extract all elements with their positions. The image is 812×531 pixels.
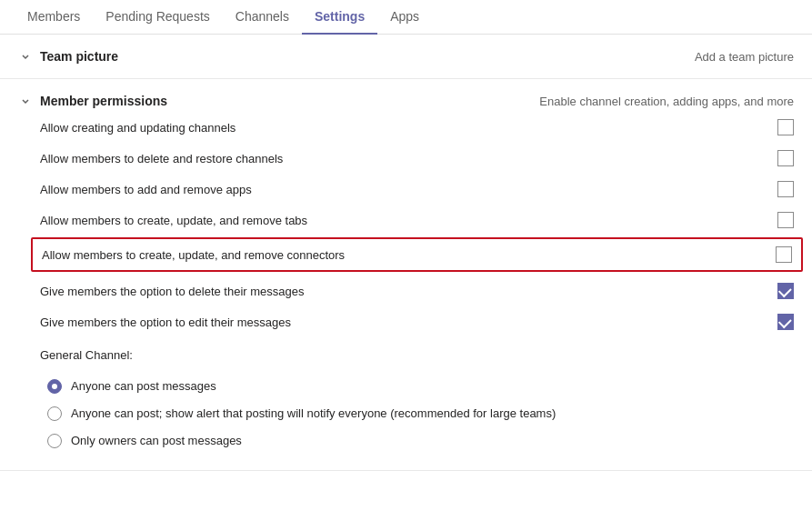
settings-content: Team picture Add a team picture Member p…: [0, 35, 812, 471]
permission-row-3: Allow members to create, update, and rem…: [40, 205, 794, 235]
permission-checkbox-3[interactable]: [777, 212, 794, 228]
permission-label-2: Allow members to add and remove apps: [40, 183, 777, 196]
permission-label-1: Allow members to delete and restore chan…: [40, 152, 777, 165]
permission-row-6: Give members the option to edit their me…: [40, 306, 794, 337]
permission-checkbox-1[interactable]: [777, 150, 794, 166]
general-channel-option-0[interactable]: Anyone can post messages: [40, 373, 794, 400]
general-channel-option-1[interactable]: Anyone can post; show alert that posting…: [40, 400, 794, 427]
permission-label-0: Allow creating and updating channels: [40, 121, 777, 135]
radio-btn-1[interactable]: [47, 406, 62, 421]
member-permissions-title: Member permissions: [40, 94, 167, 108]
radio-label-1: Anyone can post; show alert that posting…: [71, 406, 556, 422]
permission-checkbox-6[interactable]: [777, 314, 794, 330]
member-permissions-section: Member permissions Enable channel creati…: [0, 79, 812, 471]
tab-members[interactable]: Members: [15, 0, 93, 35]
team-picture-description: Add a team picture: [695, 50, 794, 64]
permission-checkbox-2[interactable]: [777, 181, 794, 197]
tab-settings[interactable]: Settings: [302, 0, 377, 35]
permission-label-5: Give members the option to delete their …: [40, 285, 777, 298]
member-permissions-chevron[interactable]: [18, 94, 33, 108]
team-picture-title: Team picture: [40, 49, 118, 64]
radio-btn-0[interactable]: [47, 379, 62, 394]
member-permissions-description: Enable channel creation, adding apps, an…: [539, 95, 794, 108]
team-picture-chevron[interactable]: [18, 49, 33, 64]
permission-row-5: Give members the option to delete their …: [40, 276, 794, 306]
top-navigation: Members Pending Requests Channels Settin…: [0, 0, 812, 35]
permission-label-6: Give members the option to edit their me…: [40, 316, 777, 329]
permission-row-1: Allow members to delete and restore chan…: [40, 143, 794, 174]
permission-row-0: Allow creating and updating channels: [40, 112, 794, 143]
radio-label-0: Anyone can post messages: [71, 378, 216, 395]
general-channel-option-2[interactable]: Only owners can post messages: [40, 427, 794, 455]
permission-checkbox-0[interactable]: [777, 119, 794, 135]
tab-channels[interactable]: Channels: [223, 0, 302, 35]
permission-row-2: Allow members to add and remove apps: [40, 174, 794, 205]
radio-label-2: Only owners can post messages: [71, 433, 242, 449]
permission-label-3: Allow members to create, update, and rem…: [40, 214, 777, 227]
general-channel-label: General Channel:: [40, 345, 794, 366]
permission-row-connectors-highlighted: Allow members to create, update, and rem…: [31, 237, 803, 272]
member-permissions-body: Allow creating and updating channels All…: [0, 112, 812, 470]
team-picture-section: Team picture Add a team picture: [0, 35, 812, 79]
permission-checkbox-4[interactable]: [776, 246, 792, 263]
tab-apps[interactable]: Apps: [377, 0, 432, 35]
permission-checkbox-5[interactable]: [777, 283, 794, 299]
team-picture-header: Team picture Add a team picture: [0, 35, 812, 78]
permission-label-4: Allow members to create, update, and rem…: [42, 248, 776, 262]
radio-btn-2[interactable]: [47, 434, 62, 448]
tab-pending-requests[interactable]: Pending Requests: [93, 0, 222, 35]
